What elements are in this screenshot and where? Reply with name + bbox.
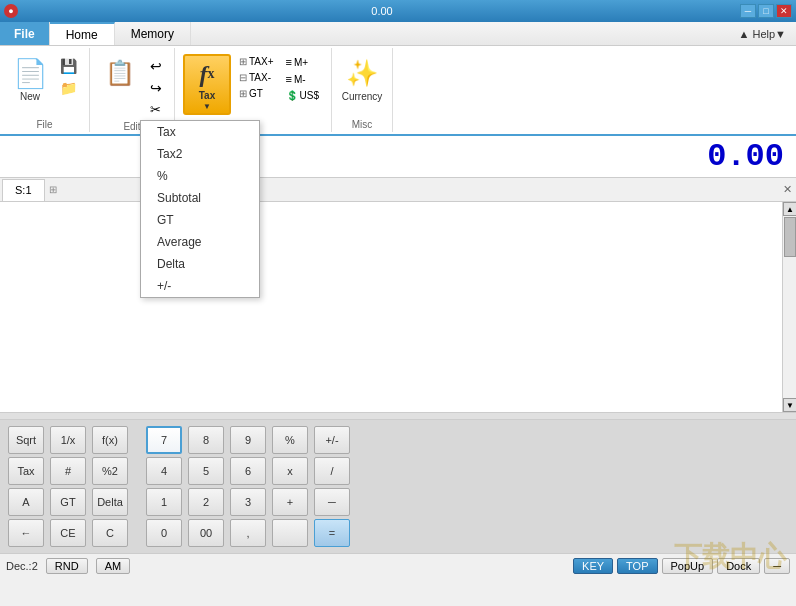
rnd-button[interactable]: RND [46, 558, 88, 574]
status-right: KEY TOP PopUp Dock ─ [573, 558, 790, 574]
calc-sqrt-button[interactable]: Sqrt [8, 426, 44, 454]
scroll-up-button[interactable]: ▲ [783, 202, 796, 216]
m-minus-button[interactable]: ≡ M- [282, 71, 323, 87]
window-title: 0.00 [24, 5, 740, 17]
popup-button[interactable]: PopUp [662, 558, 714, 574]
dock-minus-button[interactable]: ─ [764, 558, 790, 574]
calc-c-button[interactable]: C [92, 519, 128, 547]
ribbon-misc-label: Misc [352, 117, 373, 130]
ribbon-cut-button[interactable]: ✂ [146, 100, 166, 119]
us-dollar-button[interactable]: 💲 US$ [282, 88, 323, 103]
m-minus-icon: ≡ [286, 73, 292, 85]
calc-back-button[interactable]: ← [8, 519, 44, 547]
calc-plusminus-button[interactable]: +/- [314, 426, 350, 454]
fx-icon: fx [191, 58, 223, 90]
tab-bar: S:1 ⊞ ✕ [0, 178, 796, 202]
app-icon: ● [4, 4, 18, 18]
calc-comma-button[interactable]: , [230, 519, 266, 547]
calc-reciprocal-button[interactable]: 1/x [50, 426, 86, 454]
ribbon-file-items: 📄 New 💾 📁 [8, 50, 81, 117]
content-area: ▲ ▼ ⊞ [0, 202, 796, 412]
calc-4-button[interactable]: 4 [146, 457, 182, 485]
calc-col-num3: 9 6 3 , [230, 426, 266, 547]
menu-file[interactable]: File [0, 22, 50, 45]
calc-1-button[interactable]: 1 [146, 488, 182, 516]
tax-plus-button[interactable]: ⊞ TAX+ [235, 54, 278, 69]
calc-0-button[interactable]: 0 [146, 519, 182, 547]
minimize-button[interactable]: ─ [740, 4, 756, 18]
ribbon-group-file: 📄 New 💾 📁 File [0, 48, 90, 132]
dropdown-arrow-icon: ▼ [203, 102, 211, 111]
currency-button[interactable]: ✨ Currency [340, 54, 384, 105]
menu-home[interactable]: Home [50, 22, 115, 45]
ribbon-new-button[interactable]: 📄 New [8, 54, 52, 105]
menu-memory[interactable]: Memory [115, 22, 191, 45]
gt-button[interactable]: ⊞ GT [235, 86, 278, 101]
ribbon-edit-label: Edit [123, 119, 140, 132]
calc-5-button[interactable]: 5 [188, 457, 224, 485]
calc-col-ops: % x + [272, 426, 308, 547]
dropdown-item-average[interactable]: Average [141, 231, 259, 253]
dropdown-item-tax[interactable]: Tax [141, 121, 259, 143]
ribbon-undo-button[interactable]: ↩ [146, 56, 166, 76]
tax-small-stack: ⊞ TAX+ ⊟ TAX- ⊞ GT [235, 54, 278, 101]
new-document-icon: 📄 [14, 57, 46, 89]
calc-col-functions: Sqrt Tax A ← [8, 426, 44, 547]
calc-percent2-button[interactable]: %2 [92, 457, 128, 485]
scroll-thumb[interactable] [784, 217, 796, 257]
tax-dropdown-menu: Tax Tax2 % Subtotal GT Average Delta +/- [140, 120, 260, 298]
dropdown-item-tax2[interactable]: Tax2 [141, 143, 259, 165]
calc-9-button[interactable]: 9 [230, 426, 266, 454]
calc-minus-button[interactable]: ─ [314, 488, 350, 516]
dropdown-item-percent[interactable]: % [141, 165, 259, 187]
dropdown-item-delta[interactable]: Delta [141, 253, 259, 275]
dropdown-item-subtotal[interactable]: Subtotal [141, 187, 259, 209]
sheet-tab-1[interactable]: S:1 [2, 179, 45, 201]
calc-percent-button[interactable]: % [272, 426, 308, 454]
maximize-button[interactable]: □ [758, 4, 774, 18]
scroll-down-button[interactable]: ▼ [783, 398, 796, 412]
calc-tax-button[interactable]: Tax [8, 457, 44, 485]
display-area: 0.00 [0, 136, 796, 178]
tab-add-icon[interactable]: ⊞ [49, 184, 57, 195]
dock-button[interactable]: Dock [717, 558, 760, 574]
tax-button[interactable]: fx Tax ▼ [183, 54, 231, 115]
calc-hash-button[interactable]: # [50, 457, 86, 485]
calc-3-button[interactable]: 3 [230, 488, 266, 516]
ribbon-redo-button[interactable]: ↪ [146, 78, 166, 98]
calc-8-button[interactable]: 8 [188, 426, 224, 454]
dropdown-item-plusminus[interactable]: +/- [141, 275, 259, 297]
vertical-scrollbar[interactable]: ▲ ▼ [782, 202, 796, 412]
calc-plus-button[interactable]: + [272, 488, 308, 516]
title-bar: ● 0.00 ─ □ ✕ [0, 0, 796, 22]
key-button[interactable]: KEY [573, 558, 613, 574]
redo-icon: ↪ [150, 80, 162, 96]
menu-help[interactable]: ▲ Help▼ [729, 22, 796, 45]
calc-6-button[interactable]: 6 [230, 457, 266, 485]
calc-2-button[interactable]: 2 [188, 488, 224, 516]
ribbon-paste-button[interactable]: 📋 [98, 54, 142, 94]
calc-ce-button[interactable]: CE [50, 519, 86, 547]
calc-divide-button[interactable]: / [314, 457, 350, 485]
top-button[interactable]: TOP [617, 558, 657, 574]
dropdown-item-gt[interactable]: GT [141, 209, 259, 231]
calc-gt-button[interactable]: GT [50, 488, 86, 516]
tab-close-button[interactable]: ✕ [783, 183, 796, 196]
tax-minus-button[interactable]: ⊟ TAX- [235, 70, 278, 85]
calc-delta-button[interactable]: Delta [92, 488, 128, 516]
menu-bar: File Home Memory ▲ Help▼ [0, 22, 796, 46]
calc-equals-button[interactable]: = [314, 519, 350, 547]
ribbon-save-button[interactable]: 💾 [56, 56, 81, 76]
calc-a-button[interactable]: A [8, 488, 44, 516]
us-dollar-icon: 💲 [286, 90, 298, 101]
close-button[interactable]: ✕ [776, 4, 792, 18]
calc-multiply-button[interactable]: x [272, 457, 308, 485]
am-button[interactable]: AM [96, 558, 131, 574]
ribbon-open-button[interactable]: 📁 [56, 78, 81, 98]
m-plus-button[interactable]: ≡ M+ [282, 54, 323, 70]
calc-fx-button[interactable]: f(x) [92, 426, 128, 454]
calc-00-button[interactable]: 00 [188, 519, 224, 547]
cut-icon: ✂ [150, 102, 161, 117]
calc-7-button[interactable]: 7 [146, 426, 182, 454]
folder-icon: 📁 [60, 80, 77, 96]
